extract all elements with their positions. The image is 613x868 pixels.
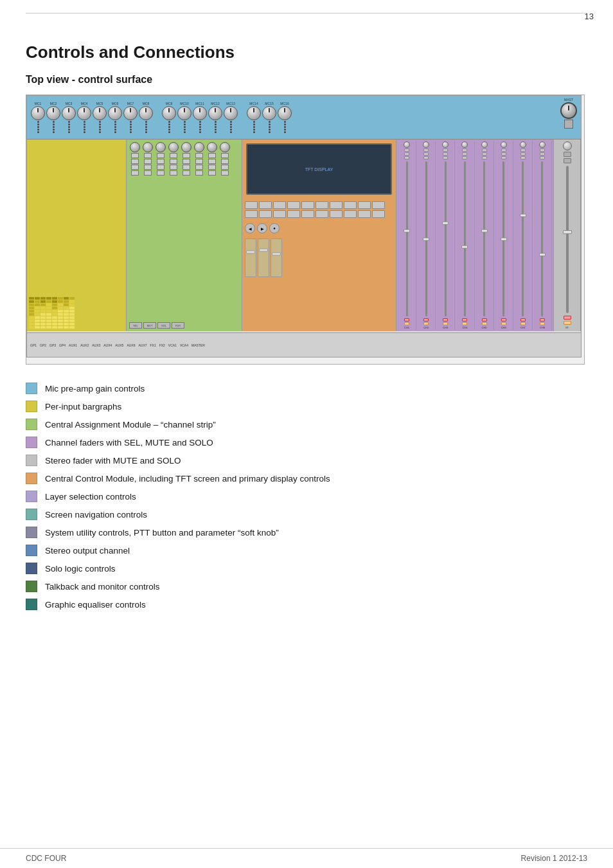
legend-item-stereo-fader: Stereo fader with MUTE and SOLO: [26, 455, 587, 466]
legend-label-central-assignment: Central Assignment Module – “channel str…: [45, 420, 216, 429]
legend-item-system-utility: System utility controls, PTT button and …: [26, 527, 587, 538]
mixer-bottom-labels: GP1 GP2 GP3 GP4 AUX1 AUX2 AUX3 AUX4 AUX5…: [27, 332, 581, 357]
legend-color-talkback-monitor: [26, 581, 37, 592]
legend-color-stereo-fader: [26, 455, 37, 466]
legend-item-central-assignment: Central Assignment Module – “channel str…: [26, 419, 587, 430]
legend-label-layer-selection: Layer selection controls: [45, 492, 136, 502]
sub-heading: Top view - control surface: [26, 74, 587, 86]
legend-color-stereo-output: [26, 545, 37, 556]
legend-label-bargraph: Per-input bargraphs: [45, 402, 121, 411]
legend-label-graphic-eq: Graphic equaliser controls: [45, 600, 146, 610]
legend-color-layer-selection: [26, 491, 37, 502]
legend-label-central-control: Central Control Module, including TFT sc…: [45, 474, 330, 484]
top-border: [26, 13, 587, 23]
legend: Mic pre-amp gain controls Per-input barg…: [26, 383, 587, 610]
mixer-diagram: MC1 MC2: [26, 95, 582, 357]
legend-item-layer-selection: Layer selection controls: [26, 491, 587, 502]
bargraph-section: [27, 140, 127, 331]
mic-preamp-row: MC1 MC2: [27, 96, 581, 140]
legend-color-central-control: [26, 473, 37, 484]
page-number: 13: [585, 12, 594, 21]
footer-right: Revision 1 2012-13: [521, 854, 587, 863]
legend-item-channel-faders: Channel faders with SEL, MUTE and SOLO: [26, 437, 587, 448]
legend-label-stereo-fader: Stereo fader with MUTE and SOLO: [45, 456, 181, 466]
legend-label-solo-logic: Solo logic controls: [45, 564, 116, 574]
legend-color-central-assignment: [26, 419, 37, 430]
legend-color-bargraph: [26, 401, 37, 412]
page: 13 Controls and Connections Top view - c…: [0, 0, 613, 868]
legend-label-talkback-monitor: Talkback and monitor controls: [45, 582, 160, 592]
legend-label-system-utility: System utility controls, PTT button and …: [45, 528, 279, 538]
central-control-section: TFT DISPLAY: [242, 140, 396, 331]
legend-item-stereo-output: Stereo output channel: [26, 545, 587, 556]
legend-label-stereo-output: Stereo output channel: [45, 546, 130, 556]
legend-color-solo-logic: [26, 563, 37, 574]
legend-item-mic-preamp: Mic pre-amp gain controls: [26, 383, 587, 394]
footer-left: CDC FOUR: [26, 854, 66, 863]
diagram-container: MC1 MC2: [26, 95, 585, 365]
legend-item-bargraph: Per-input bargraphs: [26, 401, 587, 412]
legend-item-solo-logic: Solo logic controls: [26, 563, 587, 574]
central-assignment-section: SEL MUT SOL FDR: [127, 140, 242, 331]
legend-color-graphic-eq: [26, 599, 37, 610]
stereo-fader-section: ST: [554, 140, 581, 331]
channel-faders-section: CH1: [396, 140, 554, 331]
mixer-body: SEL MUT SOL FDR TFT DISPLAY: [27, 140, 581, 331]
legend-label-screen-nav: Screen navigation controls: [45, 510, 147, 520]
legend-color-screen-nav: [26, 509, 37, 520]
legend-color-channel-faders: [26, 437, 37, 448]
legend-item-screen-nav: Screen navigation controls: [26, 509, 587, 520]
legend-label-channel-faders: Channel faders with SEL, MUTE and SOLO: [45, 438, 213, 448]
legend-item-central-control: Central Control Module, including TFT sc…: [26, 473, 587, 484]
legend-color-mic-preamp: [26, 383, 37, 394]
main-heading: Controls and Connections: [26, 42, 587, 62]
legend-item-talkback-monitor: Talkback and monitor controls: [26, 581, 587, 592]
legend-item-graphic-eq: Graphic equaliser controls: [26, 599, 587, 610]
legend-color-system-utility: [26, 527, 37, 538]
legend-label-mic-preamp: Mic pre-amp gain controls: [45, 384, 145, 393]
bottom-bar: CDC FOUR Revision 1 2012-13: [0, 848, 613, 868]
